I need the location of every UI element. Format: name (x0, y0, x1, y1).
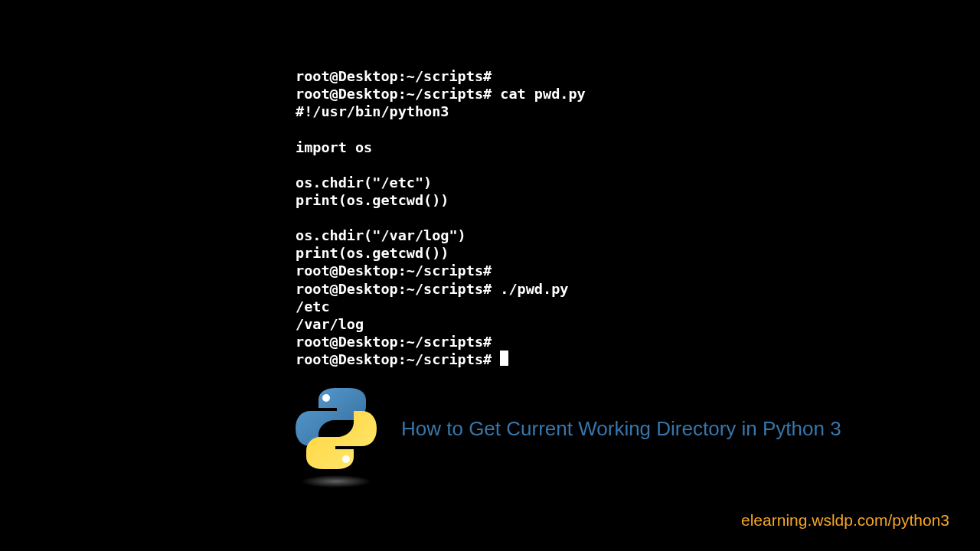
terminal-line: /etc (296, 298, 330, 315)
terminal-line: root@Desktop:~/scripts# ./pwd.py (296, 281, 568, 297)
logo-shadow (302, 475, 371, 487)
terminal-line: import os (296, 139, 372, 155)
terminal-line: root@Desktop:~/scripts# (296, 351, 500, 367)
terminal-line: os.chdir("/etc") (296, 174, 432, 191)
footer-url: elearning.wsldp.com/python3 (741, 511, 949, 530)
terminal-line: root@Desktop:~/scripts# (296, 262, 492, 279)
python-logo-icon (294, 386, 378, 471)
terminal-line: root@Desktop:~/scripts# cat pwd.py (296, 86, 586, 102)
svg-point-1 (342, 455, 350, 463)
logo-title-section: How to Get Current Working Directory in … (294, 386, 841, 471)
terminal-line: /var/log (296, 316, 364, 332)
page-title: How to Get Current Working Directory in … (401, 417, 841, 441)
terminal-cursor (500, 350, 508, 366)
svg-point-0 (322, 394, 330, 402)
terminal-line: root@Desktop:~/scripts# (296, 68, 492, 84)
terminal-line: root@Desktop:~/scripts# (296, 334, 492, 350)
terminal-line: print(os.getcwd()) (296, 192, 449, 208)
terminal-output: root@Desktop:~/scripts# root@Desktop:~/s… (296, 67, 586, 368)
terminal-line: os.chdir("/var/log") (296, 227, 466, 243)
terminal-line: #!/usr/bin/python3 (296, 103, 449, 119)
terminal-line: print(os.getcwd()) (296, 245, 449, 261)
